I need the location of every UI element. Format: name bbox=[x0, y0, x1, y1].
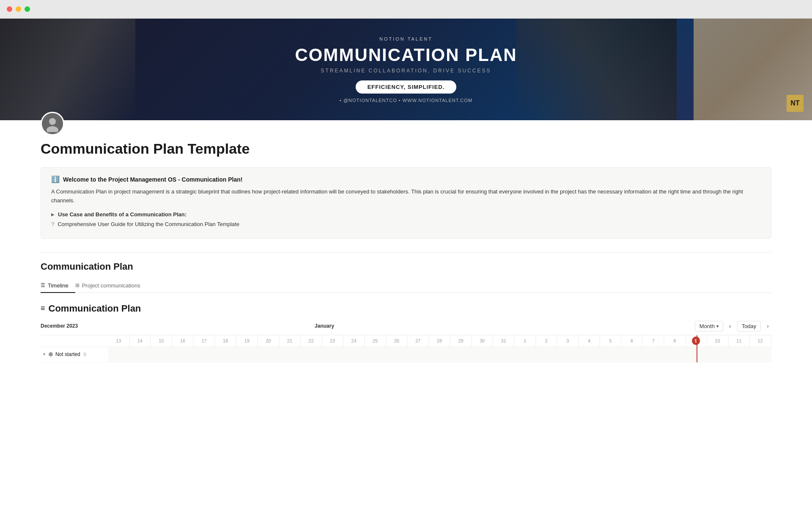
month-dec: December 2023 bbox=[41, 323, 78, 329]
minimize-button[interactable] bbox=[16, 6, 21, 12]
banner-links: • @NOTIONTALENTCO • WWW.NOTIONTALENT.COM bbox=[295, 98, 517, 103]
today-button[interactable]: Today bbox=[737, 321, 761, 331]
info-block-header: ℹ️ Welcome to the Project Management OS … bbox=[51, 175, 761, 183]
tab-project-communications-label: Project communications bbox=[82, 282, 140, 289]
not-started-collapse-icon: ▼ bbox=[42, 352, 46, 356]
not-started-count: 0 bbox=[84, 352, 86, 357]
month-selector-chevron: ▾ bbox=[716, 324, 719, 329]
info-icon: ℹ️ bbox=[51, 175, 60, 183]
timeline-heading-icon: ≡ bbox=[41, 304, 45, 313]
page-title: Communication Plan Template bbox=[41, 141, 771, 157]
banner-pill: EFFICIENCY, SIMPLIFIED. bbox=[356, 80, 457, 94]
not-started-row: ▼ Not started 0 bbox=[41, 347, 771, 362]
info-list-item-2[interactable]: ? Comprehensive User Guide for Utilizing… bbox=[51, 221, 761, 227]
nav-arrow-right[interactable]: › bbox=[764, 321, 771, 331]
nav-arrow-left[interactable]: ‹ bbox=[727, 321, 734, 331]
close-button[interactable] bbox=[7, 6, 12, 12]
timeline-section: ≡ Communication Plan December 2023 Janua… bbox=[41, 303, 771, 362]
divider-1 bbox=[41, 252, 771, 253]
tab-timeline-label: Timeline bbox=[48, 282, 69, 289]
avatar-section bbox=[0, 112, 812, 135]
timeline-heading: ≡ Communication Plan bbox=[41, 303, 771, 314]
date-numbers: 13 14 15 16 17 18 19 20 21 22 23 24 25 2… bbox=[108, 335, 771, 347]
banner: NOTION TALENT COMMUNICATION PLAN STREAML… bbox=[0, 19, 812, 120]
banner-bg-left bbox=[0, 19, 135, 120]
timeline-controls: December 2023 January Month ▾ ‹ Today › bbox=[41, 321, 771, 331]
info-list-label-1: Use Case and Benefits of a Communication… bbox=[58, 211, 187, 218]
avatar bbox=[41, 112, 64, 135]
date-row: 13 14 15 16 17 18 19 20 21 22 23 24 25 2… bbox=[41, 335, 771, 347]
svg-point-0 bbox=[49, 118, 56, 125]
svg-point-1 bbox=[47, 126, 58, 132]
month-selector-label: Month bbox=[700, 323, 715, 329]
timeline-heading-label: Communication Plan bbox=[49, 303, 141, 314]
tab-timeline[interactable]: ☰ Timeline bbox=[41, 279, 75, 293]
info-block-title: Welcome to the Project Management OS - C… bbox=[63, 176, 242, 183]
section-heading-comm-plan: Communication Plan bbox=[41, 261, 771, 272]
banner-tagline: STREAMLINE COLLABORATION, DRIVE SUCCESS bbox=[295, 68, 517, 74]
info-list-label-2: Comprehensive User Guide for Utilizing t… bbox=[58, 221, 239, 227]
timeline-right-controls: Month ▾ ‹ Today › bbox=[695, 321, 771, 331]
today-line bbox=[697, 335, 697, 362]
timeline-grid: 13 14 15 16 17 18 19 20 21 22 23 24 25 2… bbox=[41, 335, 771, 362]
not-started-label[interactable]: ▼ Not started 0 bbox=[41, 351, 108, 357]
question-icon: ? bbox=[51, 221, 54, 227]
info-block-body: A Communication Plan in project manageme… bbox=[51, 188, 761, 205]
month-jan: January bbox=[315, 323, 334, 329]
project-comm-tab-icon: ⊞ bbox=[75, 282, 80, 288]
banner-title: COMMUNICATION PLAN bbox=[295, 45, 517, 65]
month-selector[interactable]: Month ▾ bbox=[695, 321, 723, 331]
collapse-arrow-1: ▶ bbox=[51, 212, 55, 217]
banner-brand: NOTION TALENT bbox=[295, 36, 517, 41]
not-started-text: Not started bbox=[55, 351, 80, 357]
fullscreen-button[interactable] bbox=[25, 6, 30, 12]
not-started-status-dot bbox=[49, 352, 53, 356]
info-list-item-1[interactable]: ▶ Use Case and Benefits of a Communicati… bbox=[51, 211, 761, 218]
month-labels: December 2023 January bbox=[41, 323, 334, 329]
content-area: Communication Plan Template ℹ️ Welcome t… bbox=[0, 141, 812, 362]
window-chrome bbox=[0, 0, 812, 19]
tab-project-communications[interactable]: ⊞ Project communications bbox=[75, 279, 147, 293]
info-block: ℹ️ Welcome to the Project Management OS … bbox=[41, 167, 771, 239]
avatar-icon bbox=[44, 115, 61, 132]
banner-logo: NT bbox=[787, 95, 804, 112]
tabs: ☰ Timeline ⊞ Project communications bbox=[41, 279, 771, 293]
not-started-timeline-area bbox=[108, 347, 771, 362]
banner-center: NOTION TALENT COMMUNICATION PLAN STREAML… bbox=[295, 36, 517, 103]
banner-bg-right bbox=[516, 19, 677, 120]
timeline-tab-icon: ☰ bbox=[41, 282, 45, 288]
